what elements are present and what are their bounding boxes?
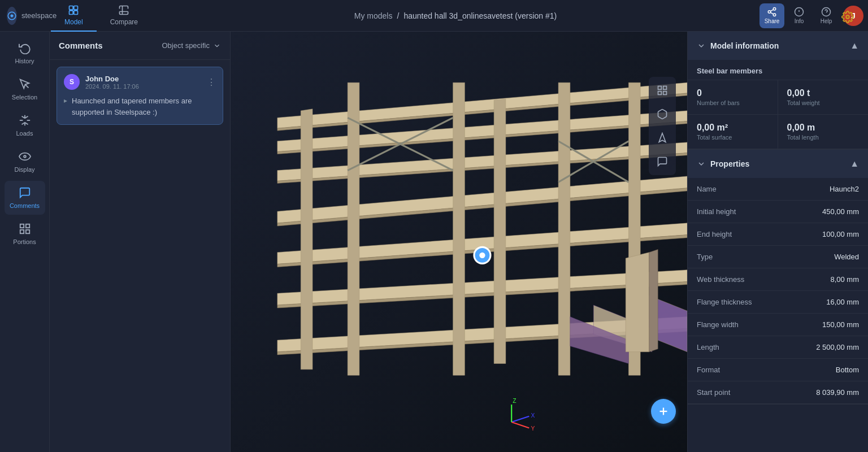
comment-avatar: S bbox=[64, 74, 80, 90]
svg-point-5 bbox=[846, 15, 849, 19]
comments-header: Comments Object specific bbox=[50, 32, 230, 60]
total-length-label: Total length bbox=[787, 134, 860, 141]
help-label: Help bbox=[821, 18, 832, 24]
properties-section: Properties ▲ NameHaunch2Initial height45… bbox=[688, 150, 868, 405]
steel-bar-subtitle: Steel bar members bbox=[688, 60, 868, 80]
prop-value: 150,00 mm bbox=[822, 320, 859, 329]
svg-line-10 bbox=[770, 10, 773, 11]
sidebar-item-selection[interactable]: Selection bbox=[5, 72, 45, 106]
properties-header: Properties ▲ bbox=[688, 150, 868, 178]
tab-compare[interactable]: Compare bbox=[97, 0, 151, 32]
svg-rect-68 bbox=[663, 92, 667, 95]
num-bars-cell: 0 Number of bars bbox=[688, 80, 778, 115]
breadcrumb: My models / haunted hall 3d_onlinesavete… bbox=[151, 11, 760, 20]
total-length-value: 0,00 m bbox=[787, 123, 860, 133]
prop-row: Flange width150,00 mm bbox=[688, 314, 868, 336]
breadcrumb-model: haunted hall 3d_onlinesavetest (version … bbox=[403, 11, 557, 20]
comment-expand-icon[interactable]: ▸ bbox=[64, 97, 67, 105]
sidebar-item-portions[interactable]: Portions bbox=[5, 217, 45, 251]
add-comment-button[interactable] bbox=[651, 399, 676, 424]
comment-name: John Doe bbox=[85, 75, 139, 83]
comment-card: S John Doe 2024. 09. 11. 17:06 ⋮ ▸ Haunc… bbox=[57, 67, 223, 125]
sidebar: History Selection Loads Display bbox=[0, 32, 50, 452]
prop-value: 16,00 mm bbox=[826, 298, 859, 306]
breadcrumb-link[interactable]: My models bbox=[354, 11, 393, 20]
sidebar-item-history[interactable]: History bbox=[5, 36, 45, 70]
properties-list: NameHaunch2Initial height450,00 mmEnd he… bbox=[688, 178, 868, 404]
prop-row: End height100,00 mm bbox=[688, 223, 868, 246]
svg-rect-67 bbox=[663, 86, 667, 90]
svg-line-9 bbox=[770, 12, 773, 14]
comment-author: S John Doe 2024. 09. 11. 17:06 ⋮ bbox=[64, 74, 216, 90]
sidebar-item-comments[interactable]: Comments bbox=[5, 181, 45, 215]
info-grid: 0 Number of bars 0,00 t Total weight 0,0… bbox=[688, 80, 868, 149]
comment-date: 2024. 09. 11. 17:06 bbox=[85, 83, 139, 90]
view-toggle-2[interactable] bbox=[651, 103, 674, 125]
svg-rect-4 bbox=[74, 10, 78, 14]
num-bars-label: Number of bars bbox=[697, 99, 769, 106]
total-weight-value: 0,00 t bbox=[787, 88, 860, 98]
prop-row: Web thickness8,00 mm bbox=[688, 268, 868, 291]
sidebar-comments-label: Comments bbox=[10, 202, 40, 209]
sidebar-history-label: History bbox=[15, 58, 34, 64]
sidebar-display-label: Display bbox=[14, 166, 34, 173]
view-toggle-1[interactable] bbox=[651, 79, 674, 102]
svg-marker-58 bbox=[494, 99, 506, 363]
properties-collapse[interactable]: ▲ bbox=[850, 159, 859, 169]
logo-area: steelspace bbox=[0, 7, 51, 25]
prop-name: Format bbox=[697, 366, 836, 374]
svg-point-8 bbox=[773, 14, 776, 16]
svg-rect-28 bbox=[20, 230, 23, 233]
prop-name: Web thickness bbox=[697, 275, 830, 284]
comments-panel: Comments Object specific S John Doe 2024… bbox=[50, 32, 231, 452]
svg-rect-1 bbox=[70, 6, 73, 10]
sidebar-item-loads[interactable]: Loads bbox=[5, 108, 45, 142]
sidebar-selection-label: Selection bbox=[12, 94, 37, 101]
share-label: Share bbox=[765, 18, 780, 24]
prop-row: TypeWelded bbox=[688, 246, 868, 268]
svg-marker-55 bbox=[626, 253, 649, 352]
sidebar-item-display[interactable]: Display bbox=[5, 145, 45, 179]
info-button[interactable]: Info bbox=[787, 3, 811, 28]
prop-row: FormatBottom bbox=[688, 359, 868, 381]
svg-point-6 bbox=[773, 8, 776, 11]
prop-row: NameHaunch2 bbox=[688, 178, 868, 201]
tab-model-label: Model bbox=[64, 18, 83, 26]
total-surface-cell: 0,00 m² Total surface bbox=[688, 115, 778, 149]
prop-row: Length2 500,00 mm bbox=[688, 336, 868, 359]
total-weight-cell: 0,00 t Total weight bbox=[778, 80, 869, 115]
svg-point-59 bbox=[479, 253, 485, 258]
filter-label: Object specific bbox=[162, 41, 210, 50]
comments-title: Comments bbox=[59, 41, 103, 50]
prop-row: Flange thickness16,00 mm bbox=[688, 291, 868, 314]
model-info-collapse[interactable]: ▲ bbox=[850, 41, 859, 51]
prop-row: Start point8 039,90 mm bbox=[688, 381, 868, 404]
share-button[interactable]: Share bbox=[760, 3, 784, 28]
info-label: Info bbox=[795, 18, 804, 24]
comments-filter[interactable]: Object specific bbox=[162, 41, 221, 50]
view-toggle-3[interactable] bbox=[651, 127, 674, 149]
svg-rect-69 bbox=[658, 92, 662, 95]
prop-value: 100,00 mm bbox=[822, 230, 859, 238]
svg-marker-46 bbox=[558, 82, 570, 375]
tab-model[interactable]: Model bbox=[51, 0, 97, 32]
svg-rect-27 bbox=[25, 230, 29, 233]
prop-value: Welded bbox=[834, 253, 859, 261]
viewport[interactable]: X Y Z bbox=[231, 32, 687, 452]
model-info-section: Model information ▲ Steel bar members 0 … bbox=[688, 32, 868, 150]
num-bars-value: 0 bbox=[697, 88, 769, 98]
comment-more-button[interactable]: ⋮ bbox=[207, 77, 216, 88]
total-length-cell: 0,00 m Total length bbox=[778, 115, 869, 149]
comment-toggle-btn[interactable] bbox=[651, 150, 674, 173]
logo-icon bbox=[7, 7, 17, 25]
settings-button[interactable] bbox=[839, 8, 857, 26]
tab-compare-label: Compare bbox=[110, 18, 138, 26]
comment-text: Haunched and tapered members are support… bbox=[72, 95, 216, 118]
right-panel: Model information ▲ Steel bar members 0 … bbox=[687, 32, 868, 452]
prop-name: Length bbox=[697, 343, 816, 351]
sidebar-portions-label: Portions bbox=[13, 238, 36, 245]
svg-rect-25 bbox=[20, 224, 23, 228]
help-button[interactable]: Help bbox=[814, 3, 839, 28]
float-toolbar bbox=[649, 77, 676, 175]
svg-marker-45 bbox=[453, 82, 465, 375]
